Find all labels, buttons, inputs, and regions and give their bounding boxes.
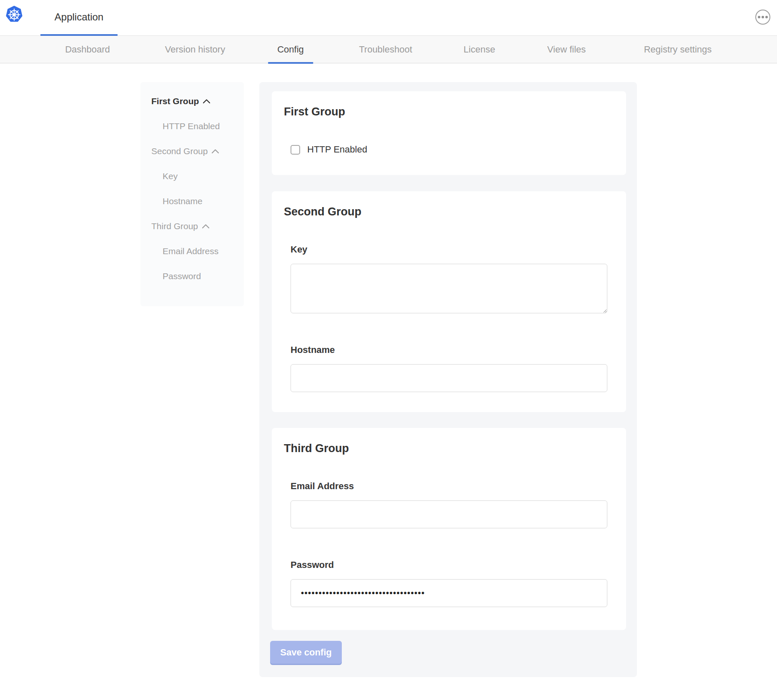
http-enabled-label: HTTP Enabled — [307, 144, 367, 155]
tab-registry-settings[interactable]: Registry settings — [635, 36, 721, 63]
sidebar-item-http-enabled[interactable]: HTTP Enabled — [140, 121, 244, 131]
sidebar-group-first-group[interactable]: First Group — [140, 96, 244, 106]
field-email-address: Email Address — [291, 481, 607, 528]
group-card-third-group: Third Group Email Address Password — [272, 428, 626, 630]
password-label: Password — [291, 560, 607, 570]
email-address-input[interactable] — [291, 500, 607, 528]
tab-version-history[interactable]: Version history — [156, 36, 234, 63]
chevron-up-icon — [202, 224, 209, 228]
tab-dashboard[interactable]: Dashboard — [56, 36, 119, 63]
save-config-button[interactable]: Save config — [270, 641, 342, 664]
email-address-label: Email Address — [291, 481, 607, 491]
application-page: Application Dashboard Version history Co… — [0, 0, 777, 700]
group-title: Third Group — [284, 442, 607, 455]
password-input[interactable] — [291, 579, 607, 607]
ellipsis-icon — [758, 16, 760, 18]
app-header: Application — [0, 0, 777, 36]
tab-config[interactable]: Config — [268, 36, 313, 63]
key-textarea[interactable] — [291, 264, 607, 313]
http-enabled-row[interactable]: HTTP Enabled — [291, 144, 607, 155]
kubernetes-logo-icon — [5, 5, 23, 23]
config-sidebar: First Group HTTP Enabled Second Group Ke… — [140, 82, 244, 306]
field-password: Password — [291, 560, 607, 607]
app-tabbar: Dashboard Version history Config Trouble… — [0, 36, 777, 63]
group-card-first-group: First Group HTTP Enabled — [272, 91, 626, 175]
sidebar-item-email-address[interactable]: Email Address — [140, 246, 244, 256]
sidebar-group-third-group[interactable]: Third Group — [140, 221, 244, 231]
field-key: Key — [291, 244, 607, 313]
chevron-up-icon — [212, 149, 219, 153]
ellipsis-menu-button[interactable] — [755, 10, 770, 25]
tab-license[interactable]: License — [454, 36, 504, 63]
hostname-input[interactable] — [291, 364, 607, 392]
tab-view-files[interactable]: View files — [538, 36, 595, 63]
group-title: Second Group — [284, 205, 607, 218]
sidebar-group-second-group[interactable]: Second Group — [140, 146, 244, 156]
group-title: First Group — [284, 105, 607, 118]
field-hostname: Hostname — [291, 345, 607, 392]
tab-troubleshoot[interactable]: Troubleshoot — [350, 36, 421, 63]
sidebar-item-key[interactable]: Key — [140, 171, 244, 181]
http-enabled-checkbox[interactable] — [291, 145, 300, 155]
hostname-label: Hostname — [291, 345, 607, 355]
chevron-up-icon — [203, 99, 210, 103]
sidebar-item-password[interactable]: Password — [140, 271, 244, 281]
app-title-tab[interactable]: Application — [40, 0, 118, 36]
key-label: Key — [291, 244, 607, 255]
group-card-second-group: Second Group Key Hostname — [272, 191, 626, 412]
config-form-container: First Group HTTP Enabled Second Group Ke… — [259, 82, 637, 677]
sidebar-item-hostname[interactable]: Hostname — [140, 196, 244, 206]
